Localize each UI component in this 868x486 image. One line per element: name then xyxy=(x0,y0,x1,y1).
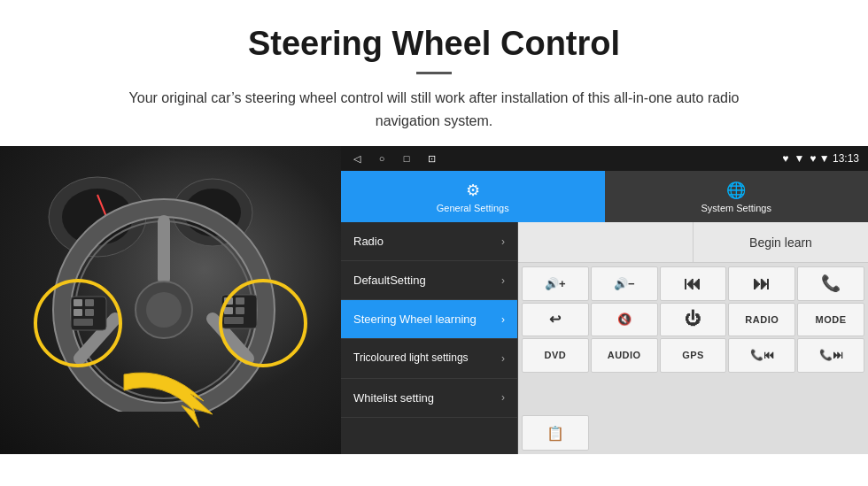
back-button[interactable]: ↩ xyxy=(522,303,589,337)
chevron-right-icon: › xyxy=(501,352,505,365)
controls-grid: 🔊+ 🔊− ⏮ ⏭ 📞 xyxy=(518,263,868,412)
controls-top-row: Begin learn xyxy=(518,222,868,263)
list-icon: 📋 xyxy=(546,425,564,442)
list-button[interactable]: 📋 xyxy=(522,415,589,451)
audio-button[interactable]: AUDIO xyxy=(591,338,658,373)
home-icon[interactable]: ○ xyxy=(375,151,389,166)
page-wrapper: Steering Wheel Control Your original car… xyxy=(0,0,868,454)
phone-button[interactable]: 📞 xyxy=(797,266,864,301)
wifi-icon: ▼ xyxy=(794,152,804,165)
power-icon: ⏻ xyxy=(685,310,701,328)
phone-next-icon: 📞⏭ xyxy=(819,349,843,361)
chevron-right-icon: › xyxy=(501,235,505,248)
highlight-left xyxy=(34,279,122,367)
steering-wheel-bg xyxy=(0,146,341,454)
dvd-label: DVD xyxy=(545,350,567,360)
status-bar-right: ♥ ▼ ♥ ▼ 13:13 xyxy=(782,152,859,165)
content-area: ◁ ○ □ ⊡ ♥ ▼ ♥ ▼ 13:13 ⚙ General Settings xyxy=(0,146,868,454)
status-bar: ◁ ○ □ ⊡ ♥ ▼ ♥ ▼ 13:13 xyxy=(341,146,868,171)
menu-list: Radio › DefaultSetting › Steering Wheel … xyxy=(341,222,518,454)
gps-label: GPS xyxy=(682,350,704,360)
settings-tabs: ⚙ General Settings 🌐 System Settings xyxy=(341,171,868,222)
highlight-right xyxy=(219,279,307,367)
menu-item-radio-label: Radio xyxy=(353,235,384,248)
signal-icon: ♥ xyxy=(782,152,788,165)
header-section: Steering Wheel Control Your original car… xyxy=(0,0,868,146)
screenshot-icon[interactable]: ⊡ xyxy=(424,151,438,166)
power-button[interactable]: ⏻ xyxy=(660,303,727,337)
page-title: Steering Wheel Control xyxy=(53,25,815,63)
phone-prev-icon: 📞⏮ xyxy=(750,349,774,361)
prev-track-button[interactable]: ⏮ xyxy=(660,266,727,301)
chevron-right-icon: › xyxy=(501,391,505,404)
tab-general[interactable]: ⚙ General Settings xyxy=(341,171,605,222)
svg-point-12 xyxy=(146,292,182,328)
audio-label: AUDIO xyxy=(608,350,641,360)
chevron-right-icon: › xyxy=(501,313,505,326)
controls-last-row: 📋 xyxy=(518,412,868,454)
next-track-icon: ⏭ xyxy=(753,274,771,294)
menu-item-steering[interactable]: Steering Wheel learning › xyxy=(341,300,517,339)
mode-button[interactable]: MODE xyxy=(797,303,864,337)
menu-item-default-label: DefaultSetting xyxy=(353,274,426,287)
mute-button[interactable]: 🔇 xyxy=(591,303,658,337)
vol-down-icon: 🔊− xyxy=(614,277,635,290)
phone-prev-button[interactable]: 📞⏮ xyxy=(728,338,795,373)
menu-item-tricoloured-label: Tricoloured light settings xyxy=(353,351,469,366)
radio-label: RADIO xyxy=(745,314,779,325)
dvd-button[interactable]: DVD xyxy=(522,338,589,373)
next-track-button[interactable]: ⏭ xyxy=(728,266,795,301)
status-bar-left: ◁ ○ □ ⊡ xyxy=(350,151,438,166)
gps-button[interactable]: GPS xyxy=(660,338,727,373)
phone-icon: 📞 xyxy=(821,274,841,293)
general-settings-icon: ⚙ xyxy=(466,181,480,200)
tab-system-label: System Settings xyxy=(701,203,771,213)
phone-next-button[interactable]: 📞⏭ xyxy=(797,338,864,373)
prev-track-icon: ⏮ xyxy=(684,274,701,294)
system-settings-icon: 🌐 xyxy=(726,181,746,200)
vol-up-icon: 🔊+ xyxy=(545,277,566,290)
tab-general-label: General Settings xyxy=(437,203,509,213)
clock: ♥ ▼ 13:13 xyxy=(810,152,859,165)
empty-cell xyxy=(518,222,694,262)
title-divider xyxy=(416,72,452,74)
begin-learn-button[interactable]: Begin learn xyxy=(694,222,868,262)
subtitle: Your original car’s steering wheel contr… xyxy=(124,87,744,132)
chevron-right-icon: › xyxy=(501,274,505,287)
vol-up-button[interactable]: 🔊+ xyxy=(522,266,589,301)
back-icon[interactable]: ◁ xyxy=(350,151,364,166)
recent-icon[interactable]: □ xyxy=(399,151,414,166)
mute-icon: 🔇 xyxy=(617,312,632,326)
menu-item-steering-label: Steering Wheel learning xyxy=(353,312,477,326)
menu-item-whitelist-label: Whitelist setting xyxy=(353,391,434,405)
vol-down-button[interactable]: 🔊− xyxy=(591,266,658,301)
menu-item-tricoloured[interactable]: Tricoloured light settings › xyxy=(341,339,517,379)
ui-panel: ◁ ○ □ ⊡ ♥ ▼ ♥ ▼ 13:13 ⚙ General Settings xyxy=(341,146,868,454)
main-content: Radio › DefaultSetting › Steering Wheel … xyxy=(341,222,868,454)
car-image xyxy=(0,146,341,454)
menu-item-whitelist[interactable]: Whitelist setting › xyxy=(341,379,517,418)
back-arrow-icon: ↩ xyxy=(549,311,561,328)
menu-item-default[interactable]: DefaultSetting › xyxy=(341,261,517,300)
arrow-svg xyxy=(115,357,239,436)
mode-label: MODE xyxy=(816,314,847,325)
tab-system[interactable]: 🌐 System Settings xyxy=(605,171,869,222)
radio-button[interactable]: RADIO xyxy=(728,303,795,337)
menu-item-radio[interactable]: Radio › xyxy=(341,222,517,261)
controls-panel: Begin learn 🔊+ 🔊− ⏮ xyxy=(518,222,868,454)
